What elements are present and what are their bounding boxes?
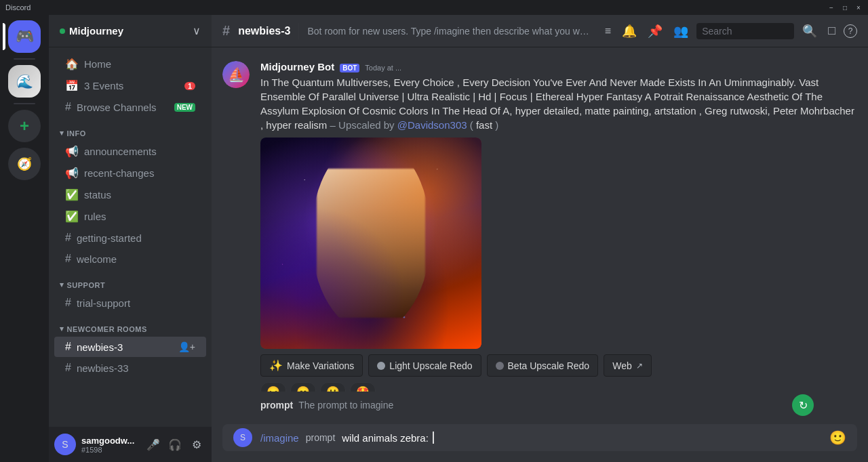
add-server-button[interactable]: + [8,110,41,142]
headset-button[interactable]: 🎧 [165,435,184,454]
home-icon: 🏠 [65,58,79,70]
pin-icon[interactable]: 📌 [645,21,665,41]
hint-text: The prompt to imagine [298,400,393,411]
beta-upscale-redo-button[interactable]: Beta Upscale Redo [487,354,599,377]
message-timestamp: Today at ... [365,64,401,72]
server-divider-2 [14,103,35,104]
rules-icon: ✅ [65,210,79,223]
chevron-icon-3: ▾ [60,324,64,333]
beta-dot-icon [496,362,504,370]
settings-button[interactable]: ⚙ [187,435,206,454]
sidebar-item-announcements[interactable]: 📢 announcements [54,141,206,162]
message-image [260,138,481,349]
plus-icon: + [20,117,29,135]
hash-icon-5: # [65,362,71,374]
reaction-frown[interactable]: 😖 [260,382,286,392]
midjourney-icon: 🌊 [16,73,33,89]
threads-icon[interactable]: ≡ [602,22,614,40]
text-cursor [433,432,434,444]
sidebar-item-home[interactable]: 🏠 Home [54,54,206,75]
inbox-icon[interactable]: □ [825,21,838,41]
message-body: Midjourney Bot BOT Today at ... In The Q… [260,61,857,392]
chat-input-area: S /imagine prompt wild animals zebra: 🙂 [212,419,868,462]
server-name: Midjourney [60,25,123,37]
member-icon: 👤+ [178,341,195,352]
search-input[interactable] [696,23,794,39]
sidebar-item-rules[interactable]: ✅ rules [54,206,206,227]
sidebar-item-recent-changes[interactable]: 📢 recent-changes [54,163,206,184]
maximize-button[interactable]: □ [841,3,849,12]
microphone-button[interactable]: 🎤 [144,435,163,454]
message-group: ⛵ Midjourney Bot BOT Today at ... In The… [212,58,868,392]
sidebar-item-newbies-33[interactable]: # newbies-33 [54,358,206,378]
emoji-picker-button[interactable]: 🙂 [829,429,846,446]
bot-avatar-icon: ⛵ [228,66,245,83]
sidebar-item-browse[interactable]: # Browse Channels NEW [54,97,206,117]
server-divider [14,58,35,60]
sidebar-item-getting-started[interactable]: # getting-started [54,228,206,248]
minimize-button[interactable]: − [827,3,835,12]
refresh-button[interactable]: ↻ [792,394,814,416]
header-icons: ≡ 🔔 📌 👥 🔍 □ ? [602,21,857,41]
help-icon[interactable]: ? [844,24,857,38]
make-variations-button[interactable]: ✨ Make Variations [260,354,363,377]
reaction-star-eyes[interactable]: 🤩 [350,382,376,392]
external-link-icon: ↗ [636,361,643,371]
bot-badge: BOT [340,64,359,72]
message-header: Midjourney Bot BOT Today at ... [260,61,857,72]
reaction-smile[interactable]: 😀 [320,382,346,392]
sidebar-content: 🏠 Home 📅 3 Events 1 # Browse Channels NE… [49,47,212,427]
slash-command-label: /imagine [260,432,299,444]
window-controls: − □ × [827,3,863,12]
category-newcomer-rooms[interactable]: ▾ NEWCOMER ROOMS [49,314,212,336]
reaction-neutral[interactable]: 😑 [290,382,316,392]
close-button[interactable]: × [854,3,863,12]
sidebar-item-newbies-3[interactable]: # newbies-3 👤+ [54,337,206,357]
input-text-value: wild animals zebra: [342,432,429,444]
server-list: 🎮 🌊 + 🧭 [0,15,49,462]
hash-icon: # [65,232,71,244]
members-icon[interactable]: 👥 [671,21,691,41]
online-indicator [60,28,65,34]
channel-name: newbies-3 [238,25,290,37]
input-user-avatar: S [233,428,252,447]
chat-input-inner[interactable]: /imagine prompt wild animals zebra: [260,424,821,451]
sparkles-icon: ✨ [269,359,283,372]
bot-avatar: ⛵ [222,61,250,88]
user-avatar: S [54,434,76,455]
category-support[interactable]: ▾ SUPPORT [49,270,212,292]
chevron-down-icon: ∨ [193,24,201,37]
web-button[interactable]: Web ↗ [604,354,652,377]
light-dot-icon [377,362,385,370]
browse-icon: # [65,101,71,113]
channel-topic: Bot room for new users. Type /imagine th… [307,26,593,37]
chat-input-box: S /imagine prompt wild animals zebra: 🙂 [222,424,857,451]
sidebar-item-status[interactable]: ✅ status [54,184,206,205]
message-author: Midjourney Bot [260,61,334,72]
server-header[interactable]: Midjourney ∨ [49,15,212,47]
chevron-icon: ▾ [60,129,64,138]
search-icon[interactable]: 🔍 [800,21,820,41]
megaphone-icon-2: 📢 [65,167,79,180]
sidebar-item-events[interactable]: 📅 3 Events 1 [54,75,206,96]
category-info[interactable]: ▾ INFO [49,118,212,140]
midjourney-server-icon[interactable]: 🌊 [8,65,41,98]
username: samgoodw... [81,436,138,446]
action-buttons: ✨ Make Variations Light Upscale Redo Bet… [260,354,857,377]
events-icon: 📅 [65,79,79,92]
sidebar-item-welcome[interactable]: # welcome [54,249,206,269]
active-pill [3,23,5,50]
explore-button[interactable]: 🧭 [8,148,41,180]
channel-sidebar: Midjourney ∨ 🏠 Home 📅 3 Events 1 # Brows… [49,15,212,462]
home-server-icon[interactable]: 🎮 [8,20,41,53]
user-panel: S samgoodw... #1598 🎤 🎧 ⚙ [49,427,212,462]
channel-header: # newbies-3 Bot room for new users. Type… [212,15,868,47]
hint-label: prompt [260,400,293,411]
user-discriminator: #1598 [81,446,138,454]
discord-logo-icon: 🎮 [16,28,34,45]
notification-bell-icon[interactable]: 🔔 [619,21,639,41]
sidebar-item-trial-support[interactable]: # trial-support [54,293,206,313]
light-upscale-redo-button[interactable]: Light Upscale Redo [368,354,481,377]
input-hint: prompt The prompt to imagine ↻ [212,392,868,419]
ai-artwork-image [260,138,481,349]
